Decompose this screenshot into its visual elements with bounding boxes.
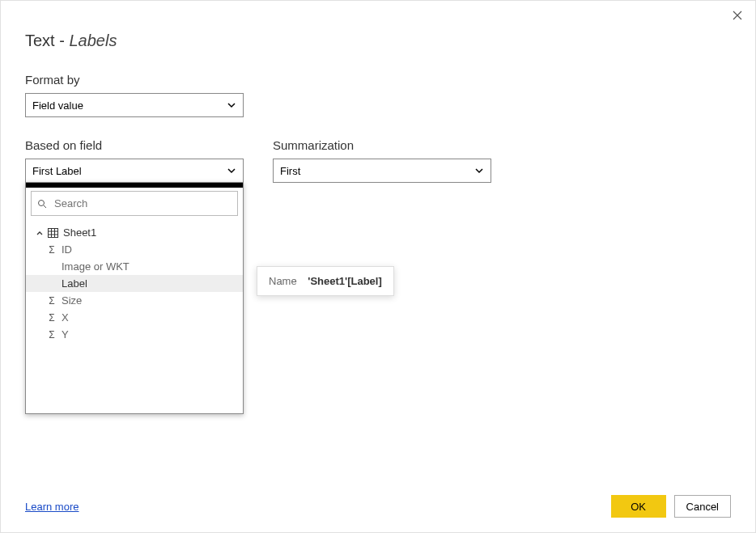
- dialog-title: Text - Labels: [25, 32, 731, 50]
- dropdown-top-bar: [26, 183, 243, 188]
- dialog-text-labels: Text - Labels Format by Field value Base…: [0, 0, 756, 533]
- summarization-select[interactable]: First: [273, 159, 491, 183]
- field-picker-dropdown: Sheet1 Σ ID Image or WKT Label: [25, 182, 244, 414]
- tree-field-size[interactable]: Σ Size: [26, 292, 243, 309]
- title-prefix: Text -: [25, 32, 69, 49]
- tooltip-value: 'Sheet1'[Label]: [308, 275, 381, 287]
- table-icon: [45, 228, 60, 238]
- close-icon: [733, 11, 742, 20]
- cancel-button[interactable]: Cancel: [674, 495, 731, 518]
- sigma-icon: Σ: [45, 329, 58, 341]
- learn-more-link[interactable]: Learn more: [25, 501, 79, 513]
- tree-field-y[interactable]: Σ Y: [26, 326, 243, 343]
- sigma-icon: Σ: [45, 244, 58, 256]
- tree-field-id[interactable]: Σ ID: [26, 241, 243, 258]
- svg-point-0: [39, 200, 45, 205]
- tree-table-sheet1[interactable]: Sheet1: [26, 224, 243, 241]
- search-icon: [36, 198, 48, 209]
- sigma-icon: Σ: [45, 295, 58, 307]
- ok-button[interactable]: OK: [611, 495, 666, 518]
- tree-field-image-or-wkt[interactable]: Image or WKT: [26, 258, 243, 275]
- svg-line-1: [44, 205, 46, 208]
- field-tooltip: Name 'Sheet1'[Label]: [257, 266, 394, 296]
- svg-rect-2: [48, 228, 57, 237]
- based-on-field-label: Based on field: [25, 138, 244, 152]
- sigma-icon: Σ: [45, 312, 58, 324]
- dialog-footer: Learn more OK Cancel: [25, 495, 731, 518]
- field-tree: Sheet1 Σ ID Image or WKT Label: [26, 219, 243, 413]
- tree-field-label[interactable]: Label: [26, 275, 243, 292]
- tree-field-x[interactable]: Σ X: [26, 309, 243, 326]
- based-on-field-select[interactable]: First Label: [25, 159, 244, 183]
- close-button[interactable]: [729, 7, 745, 23]
- tree-table-label: Sheet1: [63, 226, 96, 239]
- search-input[interactable]: [51, 195, 232, 212]
- format-by-label: Format by: [25, 73, 731, 87]
- tooltip-label: Name: [269, 275, 297, 287]
- summarization-label: Summarization: [273, 138, 491, 152]
- chevron-up-icon: [34, 229, 45, 237]
- format-by-select[interactable]: Field value: [25, 93, 244, 117]
- button-group: OK Cancel: [611, 495, 731, 518]
- search-row: [31, 191, 238, 216]
- title-labels: Labels: [69, 32, 117, 49]
